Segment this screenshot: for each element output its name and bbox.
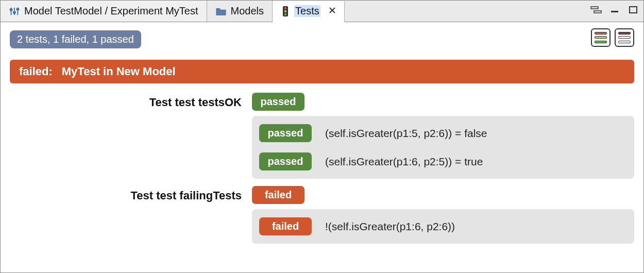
status-badge: failed xyxy=(252,186,304,204)
svg-rect-13 xyxy=(594,11,601,13)
assertion-text: (self.isGreater(p1:6, p2:5)) = true xyxy=(325,156,483,168)
view-mode-icons xyxy=(591,28,634,47)
tab-models-label: Models xyxy=(231,5,264,17)
svg-point-8 xyxy=(284,10,286,12)
tab-models[interactable]: Models xyxy=(207,1,273,22)
test-row: Test test testsOK passed passed (self.is… xyxy=(10,93,634,179)
test-results-window: Model TestModel / Experiment MyTest Mode… xyxy=(0,0,644,273)
assertion-item: failed !(self.isGreater(p1:6, p2:6)) xyxy=(259,215,627,237)
test-name: Test test failingTests xyxy=(10,186,252,202)
failed-only-icon[interactable] xyxy=(615,28,634,47)
status-bar-green xyxy=(595,41,607,43)
assertion-block: failed !(self.isGreater(p1:6, p2:6)) xyxy=(252,209,634,244)
tab-tests-label: Tests xyxy=(294,5,320,17)
settings-icon xyxy=(9,6,20,17)
test-row: Test test failingTests failed failed !(s… xyxy=(10,186,634,244)
assertions-column: passed passed (self.isGreater(p1:5, p2:6… xyxy=(252,93,634,179)
failed-header: failed: MyTest in New Model xyxy=(10,60,634,83)
status-badge: passed xyxy=(252,93,304,111)
maximize-icon[interactable] xyxy=(627,5,639,15)
folder-icon xyxy=(215,7,227,16)
assertion-block: passed (self.isGreater(p1:5, p2:6)) = fa… xyxy=(252,116,634,179)
status-badge: failed xyxy=(259,217,312,235)
tab-tests[interactable]: Tests xyxy=(273,1,345,22)
svg-rect-3 xyxy=(10,9,12,10)
test-status-head: failed xyxy=(252,186,634,204)
status-bar-red xyxy=(595,32,607,35)
window-controls xyxy=(590,5,639,15)
assertion-text: !(self.isGreater(p1:6, p2:6)) xyxy=(325,220,455,233)
assertion-text: (self.isGreater(p1:5, p2:6)) = false xyxy=(325,127,487,140)
close-icon[interactable] xyxy=(329,6,336,16)
traffic-light-icon xyxy=(281,6,290,17)
status-bar-darkred xyxy=(618,32,631,35)
svg-rect-14 xyxy=(611,11,618,12)
all-results-icon[interactable] xyxy=(591,28,611,47)
breadcrumb-text: Model TestModel / Experiment MyTest xyxy=(24,5,198,17)
assertion-item: passed (self.isGreater(p1:6, p2:5)) = tr… xyxy=(259,150,627,173)
svg-rect-12 xyxy=(591,7,598,9)
test-status-head: passed xyxy=(252,93,634,111)
tests-grid: Test test testsOK passed passed (self.is… xyxy=(10,93,634,244)
failed-title: MyTest in New Model xyxy=(62,65,176,78)
status-badge: passed xyxy=(259,152,312,170)
status-bar-white xyxy=(618,36,631,39)
content-area: 2 tests, 1 failed, 1 passed failed: MyTe… xyxy=(1,22,643,272)
minimize-icon[interactable] xyxy=(608,5,621,15)
status-badge: passed xyxy=(259,124,312,142)
svg-point-7 xyxy=(284,7,286,9)
svg-rect-5 xyxy=(17,8,19,10)
assertion-item: passed (self.isGreater(p1:5, p2:6)) = fa… xyxy=(259,122,627,144)
status-bar-white xyxy=(618,41,631,43)
breadcrumb-tab[interactable]: Model TestModel / Experiment MyTest xyxy=(1,1,207,22)
status-bar-yellow xyxy=(595,36,607,39)
svg-rect-15 xyxy=(630,7,637,13)
test-name: Test test testsOK xyxy=(10,93,252,109)
svg-point-9 xyxy=(284,13,286,15)
swap-icon[interactable] xyxy=(590,5,602,15)
assertions-column: failed failed !(self.isGreater(p1:6, p2:… xyxy=(252,186,634,244)
tab-bar: Model TestModel / Experiment MyTest Mode… xyxy=(1,1,643,22)
failed-prefix: failed: xyxy=(19,65,53,78)
svg-rect-4 xyxy=(13,11,15,13)
test-summary-badge: 2 tests, 1 failed, 1 passed xyxy=(10,30,141,48)
